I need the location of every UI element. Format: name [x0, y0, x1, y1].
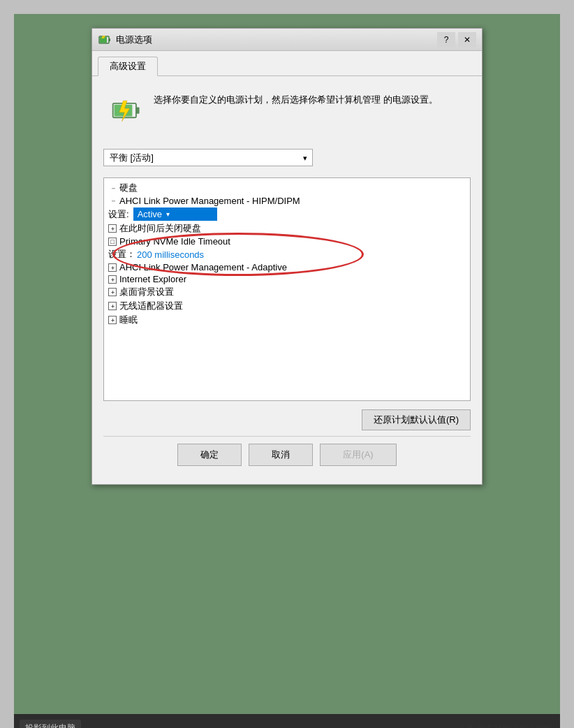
tree-item-ahci-setting: 设置: Active ▾ [105, 207, 469, 221]
tree-label-ie: Internet Explorer [119, 274, 186, 284]
tree-label-ahci: AHCI Link Power Management - HIPM/DIPM [119, 196, 300, 206]
tree-label-nvme: Primary NVMe Idle Timeout [119, 236, 230, 247]
tree-item-desktop-bg: ＋ 桌面背景设置 [105, 285, 469, 299]
tree-label-wireless: 无线适配器设置 [119, 300, 183, 312]
settings-tree[interactable]: － 硬盘 － AHCI Link Power Management - HIPM… [103, 177, 471, 401]
tree-label-sleep: 睡眠 [119, 314, 138, 326]
tree-item-nvme-setting: 设置： 200 milliseconds [105, 247, 469, 261]
taskbar-item[interactable]: 投影到此电脑 [20, 720, 81, 729]
expand-icon-turn-off[interactable]: ＋ [108, 224, 117, 233]
expand-icon-ie[interactable]: ＋ [108, 275, 117, 284]
tab-advanced-settings[interactable]: 高级设置 [98, 57, 158, 76]
svg-rect-1 [109, 38, 110, 41]
title-bar: 电源选项 ? ✕ [92, 29, 482, 51]
description-area: 选择你要自定义的电源计划，然后选择你希望计算机管理 的电源设置。 [103, 87, 471, 135]
cancel-button[interactable]: 取消 [249, 444, 313, 466]
plan-select[interactable]: 平衡 [活动] 节能 高性能 [103, 149, 313, 166]
expand-icon-hdd[interactable]: － [108, 183, 118, 194]
dialog-content: 选择你要自定义的电源计划，然后选择你希望计算机管理 的电源设置。 平衡 [活动]… [92, 76, 482, 484]
action-buttons: 确定 取消 应用(A) [103, 436, 471, 473]
apply-button[interactable]: 应用(A) [320, 444, 396, 466]
plan-select-wrapper: 平衡 [活动] 节能 高性能 [103, 149, 471, 166]
expand-icon-wireless[interactable]: ＋ [108, 302, 117, 310]
window-title: 电源选项 [116, 34, 152, 46]
nvme-setting-label: 设置： [108, 248, 135, 261]
tree-item-hdd: － 硬盘 [105, 181, 469, 195]
power-options-dialog: 电源选项 ? ✕ 高级设置 [91, 28, 483, 485]
tree-item-ie: ＋ Internet Explorer [105, 273, 469, 285]
watermark: 头条 @互联网上的小蜘蛛 [458, 723, 553, 728]
dropdown-arrow-icon: ▾ [166, 210, 170, 218]
tab-bar: 高级设置 [92, 51, 482, 75]
close-button[interactable]: ✕ [458, 32, 476, 48]
ahci-active-dropdown[interactable]: Active ▾ [133, 208, 217, 221]
tree-item-turn-off: ＋ 在此时间后关闭硬盘 [105, 221, 469, 235]
tree-container: － 硬盘 － AHCI Link Power Management - HIPM… [103, 177, 471, 401]
help-button[interactable]: ? [437, 32, 455, 48]
tree-item-ahci: － AHCI Link Power Management - HIPM/DIPM [105, 195, 469, 207]
restore-btn-row: 还原计划默认认值(R) [103, 409, 471, 430]
tree-label-desktop-bg: 桌面背景设置 [119, 286, 174, 298]
plan-select-container[interactable]: 平衡 [活动] 节能 高性能 [103, 149, 313, 166]
description-text: 选择你要自定义的电源计划，然后选择你希望计算机管理 的电源设置。 [154, 93, 438, 108]
window-icon [98, 33, 112, 47]
tree-item-wireless: ＋ 无线适配器设置 [105, 299, 469, 313]
expand-icon-ahci-adaptive[interactable]: ＋ [108, 263, 117, 272]
expand-icon-desktop-bg[interactable]: ＋ [108, 288, 117, 296]
expand-icon-sleep[interactable]: ＋ [108, 316, 117, 324]
tree-item-sleep: ＋ 睡眠 [105, 313, 469, 327]
ok-button[interactable]: 确定 [177, 444, 242, 466]
ahci-setting-label: 设置: [108, 208, 129, 221]
tree-item-nvme: □ Primary NVMe Idle Timeout [105, 235, 469, 247]
restore-defaults-button[interactable]: 还原计划默认认值(R) [362, 409, 471, 430]
tree-label-hdd: 硬盘 [119, 182, 138, 194]
tree-item-ahci-adaptive: ＋ AHCI Link Power Management - Adaptive [105, 261, 469, 273]
expand-icon-nvme[interactable]: □ [108, 238, 117, 246]
svg-rect-6 [136, 107, 140, 113]
nvme-section: □ Primary NVMe Idle Timeout 设置： 200 mill… [105, 235, 469, 261]
tree-label-turn-off: 在此时间后关闭硬盘 [119, 222, 201, 235]
expand-icon-ahci[interactable]: － [108, 196, 118, 206]
battery-icon [109, 93, 145, 129]
nvme-setting-value[interactable]: 200 milliseconds [137, 249, 204, 260]
tree-label-ahci-adaptive: AHCI Link Power Management - Adaptive [119, 262, 287, 272]
